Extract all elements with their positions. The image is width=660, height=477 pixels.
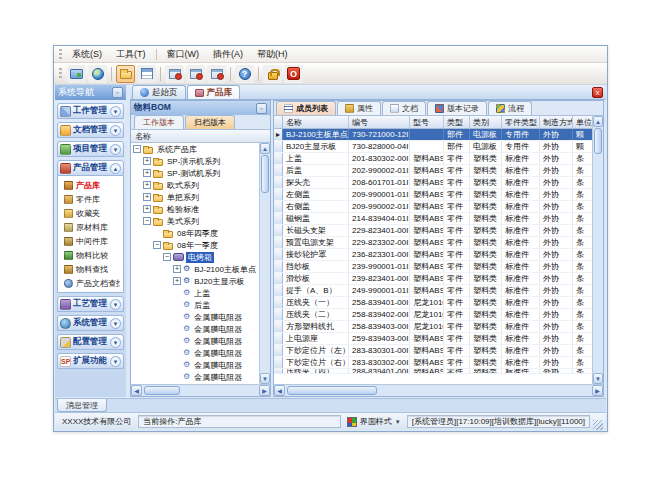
scroll-down-icon[interactable]: ▼ <box>593 373 603 384</box>
tree-node-单把系列[interactable]: +单把系列 <box>131 191 259 203</box>
sidebar-group-header-文档管理[interactable]: 文档管理▼ <box>57 122 124 138</box>
chevron-up-icon[interactable]: ▲ <box>110 163 121 174</box>
tree-node-BJ20主显示板[interactable]: +⚙BJ20主显示板 <box>131 275 259 287</box>
toolbar-button-lock-icon[interactable] <box>263 65 282 83</box>
table-row[interactable]: 长磁头支架229-823401-00I塑料ABS零件塑料类标准件外协条 <box>274 225 592 237</box>
table-row[interactable]: 磁钢盖214-839404-01I塑料ABS零件塑料类标准件外协条 <box>274 213 592 225</box>
tab-产品库[interactable]: 产品库 <box>187 85 241 99</box>
scroll-left-icon[interactable]: ◀ <box>274 385 285 396</box>
pin-icon[interactable]: ◦ <box>256 103 267 114</box>
tree-node-金属膜电阻器[interactable]: −⚙金属膜电阻器 <box>131 359 259 371</box>
sidebar-item-收藏夹[interactable]: 收藏夹 <box>58 206 123 220</box>
chevron-down-icon[interactable]: ▼ <box>110 106 121 117</box>
toolbar-grip-handle[interactable] <box>59 68 62 79</box>
sidebar-item-中间件库[interactable]: 中间件库 <box>58 234 123 248</box>
table-row[interactable]: 压线夹（一）258-839401-00I尼龙1010零件塑料类标准件外协条 <box>274 297 592 309</box>
toolbar-button-screen-icon[interactable] <box>67 65 86 83</box>
table-row[interactable]: ▸BJ-2100主板单点730-721000-12I部件电源板专用件外协颗 <box>274 129 592 141</box>
table-row[interactable]: 滑纱板239-823401-00I塑料ABS零件塑料类标准件外协条 <box>274 273 592 285</box>
sidebar-group-header-配置管理[interactable]: 配置管理▼ <box>57 334 124 350</box>
tree-vscroll-thumb[interactable] <box>261 155 269 193</box>
scroll-left-icon[interactable]: ◀ <box>131 385 142 396</box>
toolbar-button-window-new-icon[interactable] <box>165 65 184 83</box>
menu-item-窗口(W)[interactable]: 窗口(W) <box>160 47 207 62</box>
sidebar-item-零件库[interactable]: 零件库 <box>58 192 123 206</box>
tab-成员列表[interactable]: 成员列表 <box>276 101 336 115</box>
collapse-icon[interactable]: − <box>133 145 141 153</box>
sidebar-group-header-扩展功能[interactable]: SP扩展功能▼ <box>57 353 124 369</box>
tab-文档[interactable]: 文档 <box>382 101 426 115</box>
table-row[interactable]: 后盖202-990002-01I塑料ABS零件塑料类标准件外协条 <box>274 165 592 177</box>
tree-node-检验标准[interactable]: +检验标准 <box>131 203 259 215</box>
column-header-编号[interactable]: 编号 <box>349 116 410 128</box>
tab-工作版本[interactable]: 工作版本 <box>134 115 184 129</box>
tree-node-BJ-2100主板单点[interactable]: +⚙BJ-2100主板单点 <box>131 263 259 275</box>
sidebar-item-物料查找[interactable]: 物料查找 <box>58 262 123 276</box>
menu-item-系统(S)[interactable]: 系统(S) <box>65 47 109 62</box>
column-header-制造方式[interactable]: 制造方式 <box>540 116 573 128</box>
tree-horizontal-scrollbar[interactable]: ◀ ▶ <box>131 384 270 396</box>
sidebar-item-原材料库[interactable]: 原材料库 <box>58 220 123 234</box>
tree-column-header[interactable]: 名称 <box>131 130 270 143</box>
tree-node-金属膜电阻器[interactable]: −⚙金属膜电阻器 <box>131 335 259 347</box>
tree-node-金属膜电阻器[interactable]: −⚙金属膜电阻器 <box>131 371 259 383</box>
grid-hscroll-thumb[interactable] <box>287 386 377 395</box>
expand-icon[interactable]: + <box>143 181 151 189</box>
toolbar-button-window-open-icon[interactable] <box>186 65 205 83</box>
column-header-类型[interactable]: 类型 <box>444 116 470 128</box>
tree-node-系统产品库[interactable]: −系统产品库 <box>131 143 259 155</box>
chevron-down-icon[interactable]: ▼ <box>110 144 121 155</box>
tree-vertical-scrollbar[interactable]: ▲ ▼ <box>259 143 270 384</box>
sidebar-item-产品库[interactable]: 产品库 <box>58 178 123 192</box>
table-row[interactable]: 压线夹（二）258-839402-00I尼龙1010零件塑料类标准件外协条 <box>274 309 592 321</box>
tree-node-美式系列[interactable]: −美式系列 <box>131 215 259 227</box>
chevron-down-icon[interactable]: ▼ <box>110 125 121 136</box>
chevron-down-icon[interactable]: ▼ <box>110 337 121 348</box>
table-row[interactable]: 接纱轮护罩236-823301-00I塑料ABS零件塑料类标准件外协条 <box>274 249 592 261</box>
table-row[interactable]: 下纱定位片（右）283-830302-00I塑料ABS零件塑料类标准件外协条 <box>274 357 592 369</box>
chevron-down-icon[interactable]: ▼ <box>110 318 121 329</box>
tree-node-08年四季度[interactable]: −08年四季度 <box>131 227 259 239</box>
scroll-up-icon[interactable]: ▲ <box>260 143 270 154</box>
tree-node-后盖[interactable]: −⚙后盖 <box>131 299 259 311</box>
tree-node-金属膜电阻器[interactable]: −⚙金属膜电阻器 <box>131 323 259 335</box>
tree-node-SP-测试机系列[interactable]: +SP-测试机系列 <box>131 167 259 179</box>
sidebar-item-产品文档查找[interactable]: 产品文档查找 <box>58 276 123 290</box>
toolbar-button-folder-icon[interactable] <box>116 65 135 83</box>
sidebar-group-header-工作管理[interactable]: 工作管理▼ <box>57 103 124 119</box>
menu-item-插件(A)[interactable]: 插件(A) <box>206 47 250 62</box>
table-row[interactable]: BJ20主显示板730-828000-04I部件电源板专用件外协颗 <box>274 141 592 153</box>
scroll-down-icon[interactable]: ▼ <box>260 373 270 384</box>
tree-node-电烤箱[interactable]: −电烤箱 <box>131 251 259 263</box>
tree-hscroll-thumb[interactable] <box>144 386 180 395</box>
menubar-grip-handle[interactable] <box>59 49 62 60</box>
column-header-单位[interactable]: 单位 <box>573 116 592 128</box>
expand-icon[interactable]: + <box>173 265 181 273</box>
collapse-icon[interactable]: − <box>143 217 151 225</box>
tree-node-上盖[interactable]: −⚙上盖 <box>131 287 259 299</box>
column-header-零件类型[interactable]: 零件类型 <box>502 116 540 128</box>
pin-icon[interactable]: ◦ <box>112 87 123 98</box>
expand-icon[interactable]: + <box>173 277 181 285</box>
scroll-up-icon[interactable]: ▲ <box>593 116 603 127</box>
menu-item-帮助(H)[interactable]: 帮助(H) <box>250 47 295 62</box>
collapse-icon[interactable]: − <box>163 253 171 261</box>
tree-node-欧式系列[interactable]: +欧式系列 <box>131 179 259 191</box>
tree-node-金属膜电阻器[interactable]: −⚙金属膜电阻器 <box>131 347 259 359</box>
toolbar-button-exit-icon[interactable]: O <box>284 65 303 83</box>
toolbar-button-window-close-icon[interactable] <box>207 65 226 83</box>
collapse-icon[interactable]: − <box>153 241 161 249</box>
sidebar-group-header-项目管理[interactable]: 项目管理▼ <box>57 141 124 157</box>
table-row[interactable]: 挡纱板239-990001-01I塑料ABS零件塑料类标准件外协条 <box>274 261 592 273</box>
expand-icon[interactable]: + <box>143 169 151 177</box>
grid-vertical-scrollbar[interactable]: ▲ ▼ <box>592 116 603 384</box>
tree-node-SP-演示机系列[interactable]: +SP-演示机系列 <box>131 155 259 167</box>
scroll-right-icon[interactable]: ▶ <box>259 385 270 396</box>
chevron-down-icon[interactable]: ▼ <box>110 356 121 367</box>
tab-message-management[interactable]: 消息管理 <box>57 399 107 412</box>
grid-vscroll-thumb[interactable] <box>594 128 602 154</box>
table-row[interactable]: 下纱定位片（左）283-830301-00I塑料ABS零件塑料类标准件外协条 <box>274 345 592 357</box>
tab-属性[interactable]: 属性 <box>337 101 381 115</box>
column-header-型号[interactable]: 型号 <box>410 116 444 128</box>
interface-style-selector[interactable]: 界面样式 ▼ <box>344 416 404 427</box>
